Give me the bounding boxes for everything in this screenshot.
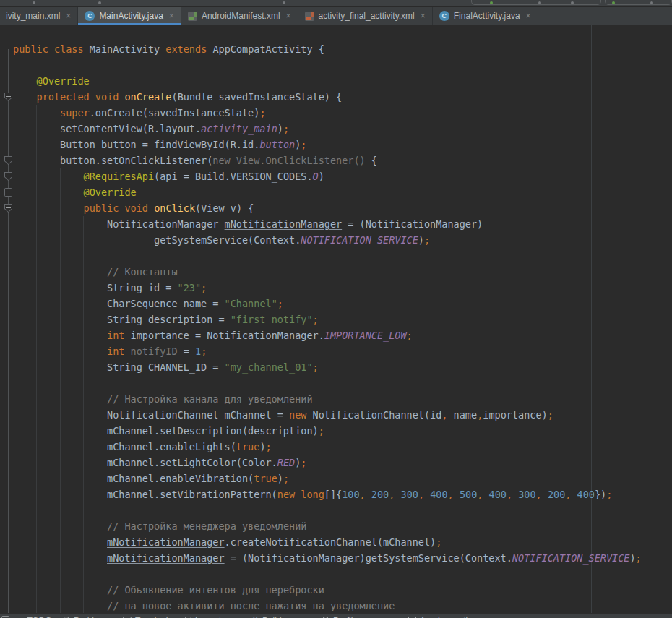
tab-label: AndroidManifest.xml [202,11,280,21]
code-editor[interactable]: public class MainActivity extends AppCom… [0,25,672,618]
tab-label: FinalActtivity.java [454,11,520,21]
code-line: Button button = findViewById(R.id.button… [0,137,672,153]
code-line: public void onClick(View v) { [0,200,672,216]
code-line: String description = "first notify"; [0,312,672,327]
fold-collapse-icon[interactable] [4,156,12,165]
code-line: CharSequence name = "Channel"; [0,296,672,312]
code-line: mChannel.enableVibration(true); [0,471,672,486]
code-line: String CHANNEL_ID = "my_channel_01"; [0,359,672,375]
close-tab-icon[interactable]: × [421,11,426,21]
toolbar-icon[interactable] [571,1,574,4]
code-line: @RequiresApi(api = Build.VERSION_CODES.O… [0,168,672,184]
run-status-dot [612,1,615,4]
code-area[interactable]: public class MainActivity extends AppCom… [0,41,672,614]
code-line [0,57,672,73]
code-line: NotificationChannel mChannel = new Notif… [0,407,672,423]
code-line: setContentView(R.layout.activity_main); [0,121,672,137]
code-line: @Override [0,184,672,200]
main-toolbar-strip [0,0,672,7]
toolbar-icon[interactable] [538,1,541,4]
tab-label: MainActivity.java [99,11,163,21]
tool-window-bar: ≡ TODO Problems Terminal Logcat ⚒ Build … [0,613,672,618]
editor-tab-bar: ivity_main.xml × C MainActivity.java × A… [0,7,672,26]
code-line: mNotificationManager.createNotificationC… [0,534,672,550]
manifest-file-icon [188,12,197,21]
android-studio-window: ivity_main.xml × C MainActivity.java × A… [0,0,672,618]
code-line: // Настройка менеджера уведомлений [0,518,672,534]
fold-collapse-icon[interactable] [4,93,12,101]
fold-collapse-icon[interactable] [4,188,12,197]
close-tab-icon[interactable]: × [66,11,71,21]
fold-collapse-icon[interactable] [4,204,12,213]
editor-tab[interactable]: ivity_main.xml × [0,7,78,25]
editor-tab[interactable]: C FinalActtivity.java × [433,7,538,25]
code-line: protected void onCreate(Bundle savedInst… [0,89,672,105]
fold-collapse-icon[interactable] [4,172,12,181]
toolbar-icon[interactable] [650,1,653,4]
run-status-dot [490,1,493,4]
code-line: mNotificationManager = (NotificationMana… [0,550,672,566]
toolbar-icon[interactable] [33,1,35,4]
editor-tab[interactable]: C MainActivity.java × [78,7,181,25]
toolbar-icon[interactable] [283,1,285,4]
code-line [0,375,672,391]
close-tab-icon[interactable]: × [286,11,291,21]
code-line: // Настройка канала для уведомлений [0,391,672,407]
code-line: mChannel.enableLights(true); [0,439,672,455]
code-line: String id = "23"; [0,280,672,296]
code-line: // Константы [0,264,672,280]
code-line: super.onCreate(savedInstanceState); [0,105,672,121]
code-line: // Обьявление интентов для переброски [0,582,672,598]
tab-label: activity_final_acttivity.xml [319,11,415,21]
toolbar-icon[interactable] [98,1,101,4]
code-line: mChannel.setLightColor(Color.RED); [0,455,672,471]
editor-tab[interactable]: AndroidManifest.xml × [181,7,298,25]
code-line [0,248,672,264]
editor-tab[interactable]: activity_final_acttivity.xml × [298,7,433,25]
code-line: getSystemService(Context.NOTIFICATION_SE… [0,232,672,248]
java-class-icon: C [85,11,95,21]
code-line [0,566,672,582]
java-class-icon: C [439,11,449,21]
tab-label: ivity_main.xml [6,11,60,21]
layout-xml-file-icon [305,12,314,21]
code-line: int notifyID = 1; [0,343,672,359]
code-line: mChannel.setVibrationPattern(new long[]{… [0,486,672,502]
code-line: // на новое активити после нажатия на ув… [0,598,672,614]
code-line: public class MainActivity extends AppCom… [0,41,672,57]
code-line: @Override [0,73,672,89]
code-line [0,502,672,518]
close-tab-icon[interactable]: × [169,11,174,21]
code-line: int importance = NotificationManager.IMP… [0,327,672,343]
code-line: NotificationManager mNotificationManager… [0,216,672,232]
close-tab-icon[interactable]: × [526,11,531,21]
code-line: mChannel.setDescription(description); [0,423,672,439]
code-line: button.setOnClickListener(new View.OnCli… [0,153,672,168]
